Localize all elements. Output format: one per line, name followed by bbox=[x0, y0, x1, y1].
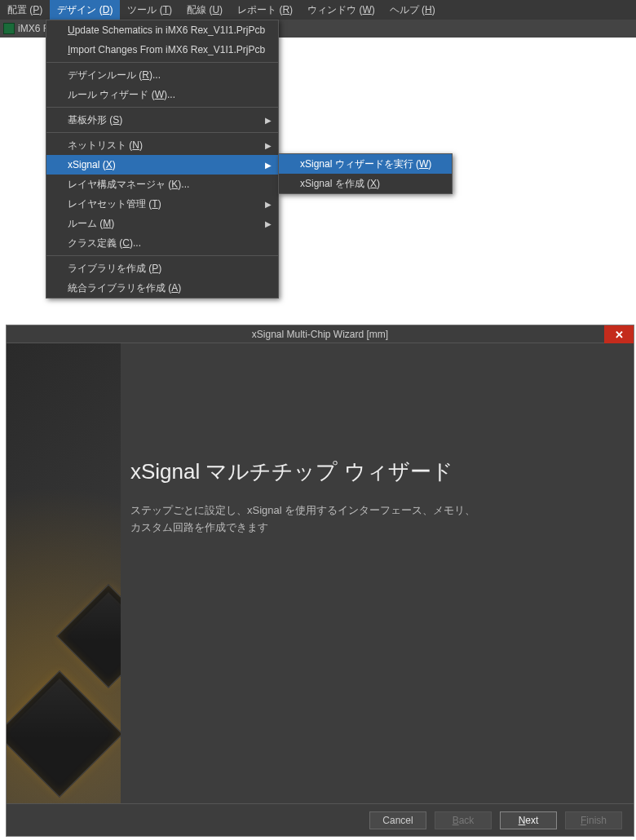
finish-button[interactable]: Finish bbox=[565, 811, 622, 829]
wizard-titlebar[interactable]: xSignal Multi-Chip Wizard [mm] ✕ bbox=[7, 325, 634, 343]
submenu-arrow-icon: ▶ bbox=[265, 161, 272, 170]
design-dropdown: Update Schematics in iMX6 Rex_V1I1.PrjPc… bbox=[46, 20, 279, 298]
wizard-side-graphic bbox=[7, 343, 121, 803]
document-icon bbox=[3, 23, 15, 34]
menu-layer-stack-manager[interactable]: レイヤ構成マネージャ (K)... bbox=[46, 175, 278, 194]
next-button[interactable]: Next bbox=[500, 811, 557, 829]
menu-rooms[interactable]: ルーム (M)▶ bbox=[46, 214, 278, 233]
menu-help[interactable]: ヘルプ (H) bbox=[382, 0, 443, 20]
wizard-heading: xSignal マルチチップ ウィザード bbox=[130, 458, 609, 486]
menu-design-rules[interactable]: デザインルール (R)... bbox=[46, 65, 278, 85]
wizard-footer: Cancel Back Next Finish bbox=[7, 803, 634, 836]
close-button[interactable]: ✕ bbox=[604, 325, 634, 343]
wizard-main: xSignal マルチチップ ウィザード ステップごとに設定し、xSignal … bbox=[121, 343, 634, 803]
submenu-arrow-icon: ▶ bbox=[265, 141, 272, 150]
xsignal-wizard-window: xSignal Multi-Chip Wizard [mm] ✕ xSignal… bbox=[6, 325, 634, 837]
wizard-description: ステップごとに設定し、xSignal を使用するインターフェース、メモリ、 カス… bbox=[130, 502, 609, 537]
close-icon: ✕ bbox=[615, 329, 624, 341]
menu-separator bbox=[46, 255, 278, 256]
chip-illustration bbox=[7, 575, 121, 803]
submenu-arrow-icon: ▶ bbox=[265, 219, 272, 228]
menu-create-xsignal[interactable]: xSignal を作成 (X) bbox=[279, 174, 452, 193]
menu-update-schematics[interactable]: Update Schematics in iMX6 Rex_V1I1.PrjPc… bbox=[46, 20, 278, 40]
menu-reports[interactable]: レポート (R) bbox=[230, 0, 300, 20]
submenu-arrow-icon: ▶ bbox=[265, 200, 272, 209]
menu-import-changes[interactable]: Import Changes From iMX6 Rex_V1I1.PrjPcb bbox=[46, 40, 278, 60]
menu-make-integrated-library[interactable]: 統合ライブラリを作成 (A) bbox=[46, 278, 278, 298]
back-button[interactable]: Back bbox=[435, 811, 492, 829]
menu-netlist[interactable]: ネットリスト (N)▶ bbox=[46, 135, 278, 155]
menu-place[interactable]: 配置 (P) bbox=[0, 0, 50, 20]
menu-rule-wizard[interactable]: ルール ウィザード (W)... bbox=[46, 85, 278, 104]
menu-classes[interactable]: クラス定義 (C)... bbox=[46, 233, 278, 253]
submenu-arrow-icon: ▶ bbox=[265, 116, 272, 125]
xsignal-submenu: xSignal ウィザードを実行 (W) xSignal を作成 (X) bbox=[278, 153, 453, 194]
menu-separator bbox=[46, 107, 278, 108]
menu-layer-sets[interactable]: レイヤセット管理 (T)▶ bbox=[46, 194, 278, 214]
menu-window[interactable]: ウィンドウ (W) bbox=[300, 0, 382, 20]
menu-xsignal[interactable]: xSignal (X)▶ bbox=[46, 155, 278, 175]
menu-separator bbox=[46, 132, 278, 133]
wizard-title-text: xSignal Multi-Chip Wizard [mm] bbox=[252, 329, 388, 340]
wizard-body: xSignal マルチチップ ウィザード ステップごとに設定し、xSignal … bbox=[7, 343, 634, 803]
menu-tools[interactable]: ツール (T) bbox=[120, 0, 179, 20]
menu-design[interactable]: デザイン (D) bbox=[50, 0, 120, 20]
menu-route[interactable]: 配線 (U) bbox=[179, 0, 230, 20]
menu-run-xsignal-wizard[interactable]: xSignal ウィザードを実行 (W) bbox=[279, 154, 452, 174]
menu-make-library[interactable]: ライブラリを作成 (P) bbox=[46, 259, 278, 278]
menu-board-shape[interactable]: 基板外形 (S)▶ bbox=[46, 110, 278, 130]
cancel-button[interactable]: Cancel bbox=[369, 811, 426, 829]
menubar: 配置 (P) デザイン (D) ツール (T) 配線 (U) レポート (R) … bbox=[0, 0, 636, 20]
menu-separator bbox=[46, 62, 278, 63]
